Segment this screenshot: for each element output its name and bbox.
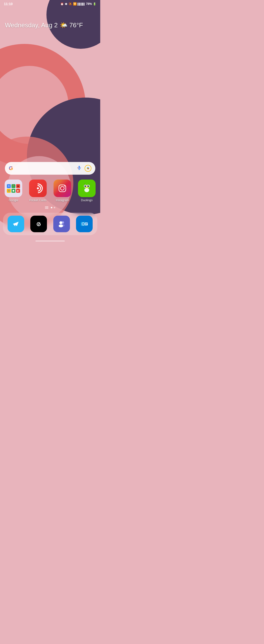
google-app-icon: G 📍 ▶ ▶ bbox=[5, 180, 22, 197]
svg-point-8 bbox=[61, 186, 64, 190]
status-icons: ⏰ ✱ 🔕 🛜 ▌▌▌▌▌ 78% 🔋 bbox=[60, 2, 96, 6]
home-bar-line bbox=[36, 240, 65, 242]
svg-point-12 bbox=[84, 188, 89, 192]
battery-level: 78% bbox=[86, 2, 92, 6]
dock-item-outlook[interactable] bbox=[74, 216, 95, 232]
svg-point-6 bbox=[37, 187, 39, 189]
teams-dock-icon bbox=[53, 216, 70, 232]
svg-point-17 bbox=[85, 186, 86, 186]
svg-point-18 bbox=[88, 186, 89, 186]
battery-icon: 🔋 bbox=[93, 2, 96, 6]
search-bar-container: G bbox=[0, 162, 100, 180]
google-lens-icon[interactable] bbox=[85, 165, 91, 172]
app-grid: G 📍 ▶ ▶ Google bbox=[0, 180, 100, 204]
dock-item-threads[interactable] bbox=[28, 216, 49, 232]
app-item-duolingo[interactable]: Duolingo bbox=[76, 180, 98, 202]
grid-view-icon[interactable] bbox=[45, 206, 48, 209]
weather-icon: 🌤️ bbox=[60, 22, 67, 29]
outlook-dock-icon bbox=[76, 216, 93, 232]
date-weather-text: Wednesday, Aug 2 🌤️ 76°F bbox=[5, 22, 95, 29]
page-indicators bbox=[0, 204, 100, 213]
signal-icon: ▌▌▌▌▌ bbox=[78, 3, 85, 5]
google-app-label: Google bbox=[9, 198, 18, 202]
alarm-icon: ⏰ bbox=[60, 2, 64, 6]
status-bar: 11:10 ⏰ ✱ 🔕 🛜 ▌▌▌▌▌ 78% 🔋 bbox=[0, 0, 100, 7]
svg-point-9 bbox=[64, 186, 65, 186]
pocket-casts-app-icon bbox=[29, 180, 47, 197]
google-logo: G bbox=[9, 165, 13, 172]
svg-point-32 bbox=[82, 223, 84, 225]
search-bar[interactable]: G bbox=[5, 162, 95, 175]
date-label: Wednesday, Aug 2 bbox=[5, 22, 58, 29]
svg-point-3 bbox=[13, 190, 15, 192]
svg-point-16 bbox=[87, 186, 89, 187]
duolingo-app-label: Duolingo bbox=[81, 198, 92, 202]
pocket-casts-app-label: Pocket Casts bbox=[29, 198, 47, 202]
threads-dock-icon bbox=[30, 216, 47, 232]
dock-item-teams[interactable] bbox=[51, 216, 72, 232]
app-item-instagram[interactable]: Instagram bbox=[51, 180, 73, 202]
mute-icon: 🔕 bbox=[68, 2, 72, 6]
date-widget[interactable]: Wednesday, Aug 2 🌤️ 76°F bbox=[0, 7, 100, 34]
instagram-app-label: Instagram bbox=[56, 198, 69, 202]
mic-icon[interactable] bbox=[77, 166, 82, 172]
page-dot-2[interactable] bbox=[54, 207, 55, 208]
app-item-google[interactable]: G 📍 ▶ ▶ Google bbox=[3, 180, 25, 202]
temperature-label: 76°F bbox=[69, 22, 83, 29]
status-time: 11:10 bbox=[4, 2, 13, 6]
dock bbox=[3, 213, 97, 235]
duolingo-app-icon bbox=[78, 180, 96, 197]
dock-item-telegram[interactable] bbox=[5, 216, 26, 232]
svg-point-19 bbox=[86, 187, 88, 188]
instagram-app-icon bbox=[54, 180, 71, 197]
page-dot-1[interactable] bbox=[51, 207, 52, 208]
home-bar bbox=[0, 239, 100, 244]
svg-point-15 bbox=[85, 186, 86, 187]
svg-point-27 bbox=[59, 221, 62, 224]
svg-rect-0 bbox=[79, 166, 80, 168]
telegram-dock-icon bbox=[8, 216, 24, 232]
app-item-pocket-casts[interactable]: Pocket Casts bbox=[27, 180, 49, 202]
svg-point-28 bbox=[59, 224, 63, 227]
home-screen: 11:10 ⏰ ✱ 🔕 🛜 ▌▌▌▌▌ 78% 🔋 Wednesday, Aug… bbox=[0, 0, 100, 244]
bluetooth-icon: ✱ bbox=[65, 2, 67, 6]
wifi-icon: 🛜 bbox=[73, 2, 77, 6]
